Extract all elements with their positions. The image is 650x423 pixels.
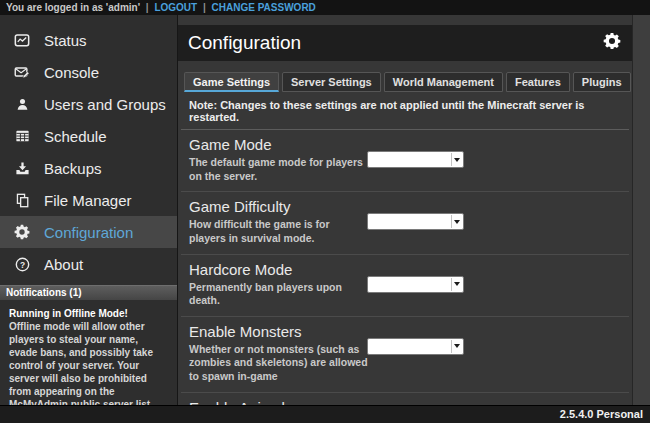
sidebar-item-configuration[interactable]: Configuration: [0, 216, 177, 248]
settings-gear-button[interactable]: [602, 33, 622, 53]
game-difficulty-select-wrap: [367, 213, 464, 230]
setting-hardcore-mode: Hardcore Mode Permanently ban players up…: [181, 255, 629, 317]
version-label: 2.5.4.0 Personal: [560, 408, 643, 420]
sidebar-item-label: Backups: [44, 160, 102, 177]
page-title: Configuration: [188, 32, 602, 54]
sidebar-item-label: Users and Groups: [44, 96, 166, 113]
sidebar-item-schedule[interactable]: Schedule: [0, 120, 177, 152]
status-bar: 2.5.4.0 Personal: [0, 405, 650, 423]
sidebar-item-label: Configuration: [44, 224, 133, 241]
enable-monsters-select[interactable]: [368, 339, 463, 354]
backups-icon: [13, 160, 31, 177]
tab-game-settings[interactable]: Game Settings: [184, 72, 279, 92]
game-difficulty-select[interactable]: [368, 214, 463, 229]
console-icon: [13, 64, 31, 81]
sidebar-item-users-and-groups[interactable]: Users and Groups: [0, 88, 177, 120]
logout-link[interactable]: LOGOUT: [154, 2, 197, 13]
question-icon: ?: [13, 256, 31, 273]
tab-plugins[interactable]: Plugins: [573, 72, 631, 92]
config-tabs: Game Settings Server Settings World Mana…: [184, 72, 632, 92]
svg-text:?: ?: [19, 259, 24, 269]
sidebar-item-about[interactable]: ? About: [0, 248, 177, 280]
tab-world-management[interactable]: World Management: [384, 72, 503, 92]
sidebar-item-label: Status: [44, 32, 87, 49]
sidebar-item-console[interactable]: Console: [0, 56, 177, 88]
sidebar-item-backups[interactable]: Backups: [0, 152, 177, 184]
setting-description: Whether or not monsters (such as zombies…: [189, 343, 369, 384]
sidebar-nav: Status Console Users and Groups Schedule: [0, 15, 177, 280]
login-status-bar: You are logged in as 'admin' | LOGOUT | …: [0, 0, 650, 15]
gear-icon: [13, 224, 31, 241]
sidebar-item-label: File Manager: [44, 192, 132, 209]
setting-description: The default game mode for players on the…: [189, 156, 369, 183]
setting-enable-animals: Enable Animals Whether or not friendly a…: [181, 393, 629, 405]
notifications-header: Notifications (1): [0, 285, 177, 300]
sidebar-item-status[interactable]: Status: [0, 24, 177, 56]
page-header: Configuration: [178, 25, 632, 61]
change-password-link[interactable]: CHANGE PASSWORD: [212, 2, 316, 13]
notification-title: Running in Offline Mode!: [9, 307, 168, 320]
separator: |: [146, 2, 149, 13]
setting-description: How difficult the game is for players in…: [189, 218, 369, 245]
sidebar-item-file-manager[interactable]: File Manager: [0, 184, 177, 216]
main-panel: Configuration Game Settings Server Setti…: [178, 15, 632, 405]
sidebar-item-label: About: [44, 256, 83, 273]
sidebar: Status Console Users and Groups Schedule: [0, 15, 178, 405]
hardcore-mode-select-wrap: [367, 276, 464, 293]
hardcore-mode-select[interactable]: [368, 277, 463, 292]
schedule-icon: [13, 128, 31, 145]
gear-icon: [603, 32, 621, 54]
separator: |: [203, 2, 206, 13]
file-manager-icon: [13, 192, 31, 209]
status-icon: [13, 32, 31, 49]
enable-monsters-select-wrap: [367, 338, 464, 355]
sidebar-item-label: Console: [44, 64, 99, 81]
setting-description: Permanently ban players upon death.: [189, 281, 369, 308]
game-mode-select-wrap: [367, 151, 464, 168]
tab-server-settings[interactable]: Server Settings: [282, 72, 381, 92]
restart-note: Note: Changes to these settings are not …: [181, 92, 629, 130]
setting-game-difficulty: Game Difficulty How difficult the game i…: [181, 192, 629, 254]
login-message: You are logged in as 'admin': [6, 2, 140, 13]
game-mode-select[interactable]: [368, 152, 463, 167]
setting-enable-monsters: Enable Monsters Whether or not monsters …: [181, 317, 629, 393]
tab-features[interactable]: Features: [506, 72, 570, 92]
scroll-gutter[interactable]: [632, 15, 650, 405]
setting-game-mode: Game Mode The default game mode for play…: [181, 130, 629, 192]
sidebar-item-label: Schedule: [44, 128, 107, 145]
users-icon: [13, 96, 31, 113]
